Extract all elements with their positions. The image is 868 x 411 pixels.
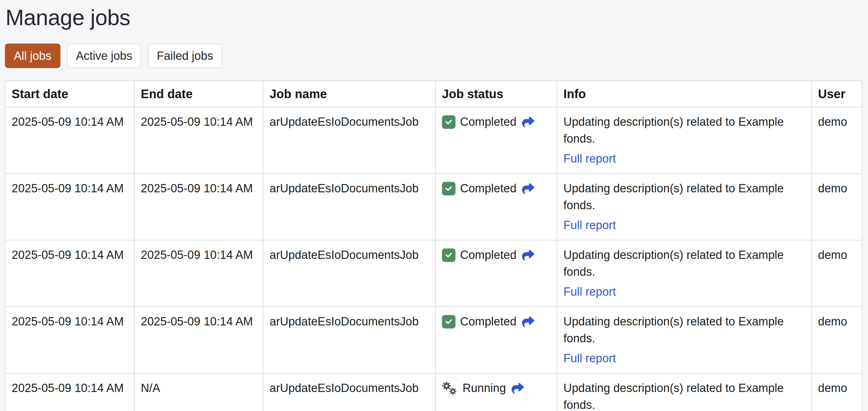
status-label: Completed [460, 114, 517, 130]
status-label: Completed [460, 313, 517, 330]
job-filters: All jobs Active jobs Failed jobs [5, 43, 862, 68]
cell-user: demo [812, 240, 862, 307]
cell-job-status: Completed [436, 307, 557, 373]
cell-user: demo [812, 307, 862, 373]
cell-start-date: 2025-05-09 10:14 AM [5, 307, 134, 373]
filter-failed-jobs-button[interactable]: Failed jobs [148, 43, 222, 68]
col-header-end-date: End date [134, 81, 263, 107]
cell-start-date: 2025-05-09 10:14 AM [5, 373, 134, 411]
check-square-icon [442, 248, 456, 262]
cell-user: demo [812, 107, 862, 173]
cell-job-status: Completed [436, 240, 557, 307]
table-row: 2025-05-09 10:14 AM 2025-05-09 10:14 AM … [5, 240, 862, 307]
cell-user: demo [812, 173, 862, 240]
cell-end-date: 2025-05-09 10:14 AM [134, 240, 263, 307]
cell-end-date: N/A [134, 373, 263, 411]
check-square-icon [442, 315, 456, 328]
table-row: 2025-05-09 10:14 AM 2025-05-09 10:14 AM … [5, 173, 862, 240]
job-status: Completed [442, 180, 551, 197]
full-report-link[interactable]: Full report [563, 352, 616, 365]
job-status: Completed [442, 313, 551, 330]
share-arrow-icon[interactable] [521, 183, 535, 195]
job-info-text: Updating description(s) related to Examp… [563, 247, 805, 280]
col-header-job-name: Job name [263, 81, 436, 107]
cell-user: demo [812, 373, 862, 411]
job-status: Running [442, 380, 551, 397]
share-arrow-icon[interactable] [521, 116, 535, 128]
cell-start-date: 2025-05-09 10:14 AM [5, 107, 134, 173]
status-label: Running [463, 380, 506, 397]
cell-start-date: 2025-05-09 10:14 AM [5, 173, 134, 240]
cell-job-status: Running [436, 373, 557, 411]
cell-info: Updating description(s) related to Examp… [557, 107, 812, 173]
full-report-link[interactable]: Full report [563, 285, 616, 298]
gears-icon [442, 381, 458, 396]
job-status: Completed [442, 247, 551, 263]
filter-all-jobs-button[interactable]: All jobs [5, 43, 60, 68]
page-title: Manage jobs [5, 4, 862, 31]
manage-jobs-page: Manage jobs All jobs Active jobs Failed … [0, 4, 868, 411]
col-header-job-status: Job status [436, 81, 557, 107]
col-header-info: Info [557, 81, 812, 107]
table-row: 2025-05-09 10:14 AM N/A arUpdateEsIoDocu… [5, 373, 862, 411]
cell-info: Updating description(s) related to Examp… [557, 373, 812, 411]
cell-end-date: 2025-05-09 10:14 AM [134, 107, 263, 173]
cell-start-date: 2025-05-09 10:14 AM [5, 240, 134, 307]
cell-job-name: arUpdateEsIoDocumentsJob [263, 107, 436, 173]
full-report-link[interactable]: Full report [563, 219, 616, 231]
cell-end-date: 2025-05-09 10:14 AM [134, 173, 263, 240]
filter-active-jobs-button[interactable]: Active jobs [67, 43, 142, 68]
job-status: Completed [442, 114, 551, 130]
cell-end-date: 2025-05-09 10:14 AM [134, 307, 263, 373]
full-report-link[interactable]: Full report [563, 152, 616, 165]
cell-job-status: Completed [436, 107, 557, 173]
job-info-text: Updating description(s) related to Examp… [563, 380, 805, 411]
share-arrow-icon[interactable] [521, 316, 535, 328]
job-info-text: Updating description(s) related to Examp… [563, 114, 805, 147]
cell-job-status: Completed [436, 173, 557, 240]
check-square-icon [442, 115, 456, 129]
status-label: Completed [460, 180, 517, 197]
table-row: 2025-05-09 10:14 AM 2025-05-09 10:14 AM … [5, 107, 862, 173]
cell-job-name: arUpdateEsIoDocumentsJob [263, 307, 436, 373]
table-row: 2025-05-09 10:14 AM 2025-05-09 10:14 AM … [5, 307, 862, 373]
job-info-text: Updating description(s) related to Examp… [563, 313, 805, 347]
col-header-user: User [812, 81, 862, 107]
status-label: Completed [460, 247, 517, 263]
col-header-start-date: Start date [5, 81, 134, 107]
jobs-table: Start date End date Job name Job status … [5, 81, 863, 411]
share-arrow-icon[interactable] [511, 382, 525, 394]
cell-info: Updating description(s) related to Examp… [557, 240, 812, 307]
job-info-text: Updating description(s) related to Examp… [563, 180, 805, 214]
cell-info: Updating description(s) related to Examp… [557, 173, 812, 240]
cell-job-name: arUpdateEsIoDocumentsJob [263, 173, 436, 240]
cell-job-name: arUpdateEsIoDocumentsJob [263, 373, 436, 411]
check-square-icon [442, 182, 456, 195]
cell-info: Updating description(s) related to Examp… [557, 307, 812, 373]
table-header-row: Start date End date Job name Job status … [5, 81, 862, 107]
cell-job-name: arUpdateEsIoDocumentsJob [263, 240, 436, 307]
share-arrow-icon[interactable] [521, 249, 535, 261]
